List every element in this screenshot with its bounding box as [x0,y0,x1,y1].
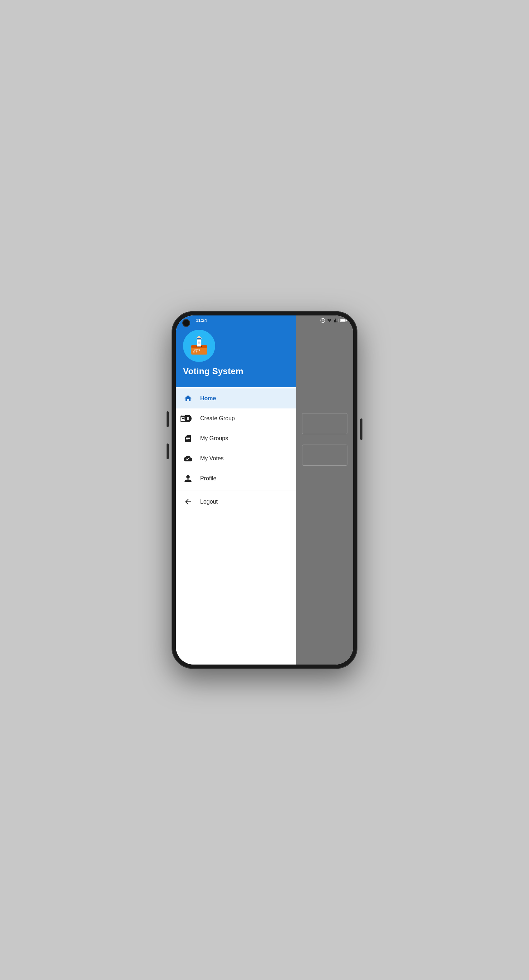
app-logo: ★ ★ VOTE [183,330,215,362]
nav-label-my-votes: My Votes [200,455,224,462]
nav-label-profile: Profile [200,475,216,482]
nav-item-home[interactable]: Home [176,388,296,409]
wifi-icon [327,318,332,323]
phone-screen: 11:24 ⊘ [176,315,353,665]
svg-rect-8 [197,340,201,347]
nav-item-my-groups[interactable]: My Groups [176,428,296,449]
nav-label-home: Home [200,395,216,402]
svg-text:⊘: ⊘ [322,319,324,321]
status-bar: 11:24 ⊘ [176,315,353,326]
app-title: Voting System [183,366,243,376]
drawer-panel: ★ ★ VOTE Voting System [176,315,296,665]
volume-up-button[interactable] [167,411,169,427]
overlay-rect-2 [302,445,348,466]
nav-label-logout: Logout [200,499,218,505]
create-group-icon [183,414,193,423]
power-button[interactable] [360,418,362,440]
my-groups-icon [183,433,193,444]
profile-icon [183,474,193,484]
overlay-rect-1 [302,413,348,434]
my-votes-icon [183,453,193,463]
overlay-panel[interactable] [296,315,353,665]
nav-label-create-group: Create Group [200,415,235,422]
nav-divider [176,490,296,490]
svg-rect-3 [346,320,348,321]
status-icons: ⊘ [320,318,348,323]
logout-icon [183,497,193,507]
battery-icon [340,318,348,323]
volume-down-button[interactable] [167,444,169,459]
svg-text:VOTE: VOTE [194,349,200,351]
phone-device: 11:24 ⊘ [172,311,357,669]
nav-item-my-votes[interactable]: My Votes [176,449,296,469]
front-camera [182,319,190,327]
nav-item-profile[interactable]: Profile [176,469,296,488]
drawer-header: ★ ★ VOTE Voting System [176,315,296,387]
nav-item-create-group[interactable]: Create Group [176,409,296,428]
nav-label-my-groups: My Groups [200,435,228,442]
nav-list: Home Create Gro [176,387,296,665]
svg-rect-4 [341,320,345,321]
home-icon [183,393,193,403]
svg-rect-14 [197,337,201,339]
signal-icon [334,318,339,323]
nav-item-logout[interactable]: Logout [176,492,296,512]
notification-icon: ⊘ [320,318,325,323]
vote-box-illustration: ★ ★ VOTE [187,333,211,358]
status-time: 11:24 [196,318,207,323]
